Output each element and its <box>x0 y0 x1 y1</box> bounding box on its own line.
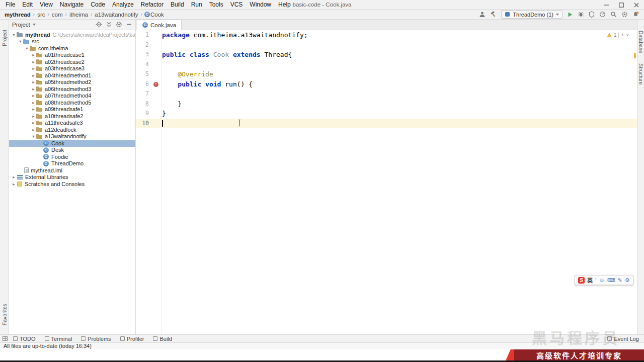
coverage-button[interactable] <box>589 11 595 18</box>
menu-window[interactable]: Window <box>246 0 275 10</box>
override-marker-icon[interactable] <box>149 79 162 89</box>
code-line-10[interactable]: 10 <box>136 119 637 129</box>
menu-analyze[interactable]: Analyze <box>109 0 137 10</box>
tool-stripe-database[interactable]: Database <box>638 31 644 53</box>
tree-item-a05threadmethod2[interactable]: ▸a05threadmethod2 <box>9 79 135 86</box>
chevron-right-icon[interactable]: ▸ <box>31 66 36 71</box>
tool-windows-grid-icon[interactable] <box>3 336 8 341</box>
tree-item-a12deadlock[interactable]: ▸a12deadlock <box>9 126 135 133</box>
chevron-down-icon[interactable]: ▾ <box>31 134 36 139</box>
chevron-right-icon[interactable]: ▸ <box>31 73 36 78</box>
run-configuration-select[interactable]: ThreadDemo (1) <box>501 10 562 19</box>
code-line-2[interactable]: 2 <box>136 40 637 50</box>
menu-build[interactable]: Build <box>167 0 188 10</box>
prev-highlight-icon[interactable]: ∧ <box>621 33 624 37</box>
tool-window-button-profiler[interactable]: Profiler <box>116 335 149 342</box>
project-panel-title[interactable]: Project <box>12 22 30 28</box>
debug-button[interactable] <box>578 11 584 18</box>
chevron-right-icon[interactable]: ▸ <box>31 86 36 92</box>
toolbox-icon[interactable]: ⚙ <box>625 277 630 284</box>
menu-vcs[interactable]: VCS <box>227 0 247 10</box>
menu-help[interactable]: Help <box>275 0 294 10</box>
notifications-bell-icon[interactable] <box>632 11 639 18</box>
chevron-right-icon[interactable]: ▸ <box>31 52 36 57</box>
code-line-3[interactable]: 3public class Cook extends Thread{ <box>136 50 637 60</box>
tree-item-desk[interactable]: CDesk <box>9 147 135 154</box>
run-button[interactable] <box>567 12 573 18</box>
code-line-8[interactable]: 8 } <box>136 99 637 109</box>
menu-edit[interactable]: Edit <box>19 0 36 10</box>
tree-item-mythread[interactable]: ▾mythreadC:\Users\alienware\IdeaProjects… <box>9 31 135 38</box>
locate-file-icon[interactable] <box>96 21 102 29</box>
scrollbar-warning-marker[interactable] <box>634 53 636 58</box>
menu-run[interactable]: Run <box>188 0 206 10</box>
build-hammer-icon[interactable] <box>490 11 497 18</box>
inspection-widget[interactable]: 1 ∧ ∨ <box>607 32 629 38</box>
code-line-6[interactable]: 6 public void run() { <box>136 79 637 89</box>
chevron-right-icon[interactable]: ▸ <box>31 107 36 112</box>
tab-cook-java[interactable]: C Cook.java <box>137 20 182 30</box>
user-icon[interactable] <box>479 11 486 18</box>
menu-view[interactable]: View <box>36 0 56 10</box>
menu-refactor[interactable]: Refactor <box>137 0 167 10</box>
menu-navigate[interactable]: Navigate <box>56 0 87 10</box>
chevron-right-icon[interactable]: ▸ <box>31 100 36 105</box>
tree-item-mythread.iml[interactable]: mythread.iml <box>9 167 135 174</box>
chevron-right-icon[interactable]: ▸ <box>31 120 36 125</box>
breadcrumb-item-mythread[interactable]: mythread <box>4 12 31 18</box>
tree-item-a10threadsafe2[interactable]: ▸a10threadsafe2 <box>9 113 135 120</box>
smiley-icon[interactable]: ☺ <box>599 277 604 284</box>
tree-item-a02threadcase2[interactable]: ▸a02threadcase2 <box>9 58 135 65</box>
ime-language-mode[interactable]: 英 <box>587 276 593 284</box>
profiler-button[interactable] <box>599 11 606 18</box>
menu-code[interactable]: Code <box>87 0 109 10</box>
code-line-5[interactable]: 5 @Override <box>136 69 637 79</box>
tree-item-external libraries[interactable]: ▸External Libraries <box>9 174 135 181</box>
chevron-right-icon[interactable]: ▸ <box>31 114 36 119</box>
breadcrumb-item-cook[interactable]: Cook <box>150 12 165 18</box>
tree-item-threaddemo[interactable]: CThreadDemo <box>9 160 135 167</box>
chevron-down-icon[interactable]: ▾ <box>11 32 17 37</box>
ime-punctuation-mark[interactable]: ’ <box>595 277 596 283</box>
keyboard-icon[interactable]: ⌨ <box>607 277 615 284</box>
tool-window-button-build[interactable]: Build <box>148 335 176 342</box>
close-icon[interactable] <box>629 0 644 10</box>
chevron-right-icon[interactable]: ▸ <box>11 182 17 187</box>
chevron-right-icon[interactable]: ▸ <box>31 79 36 84</box>
tool-stripe-structure[interactable]: Structure <box>638 63 644 85</box>
breadcrumb-item-itheima[interactable]: itheima <box>69 12 89 18</box>
tree-item-a07threadmethod4[interactable]: ▸a07threadmethod4 <box>9 93 135 100</box>
code-line-7[interactable]: 7 <box>136 89 637 99</box>
chevron-right-icon[interactable]: ▸ <box>31 127 36 132</box>
collapse-all-icon[interactable] <box>106 21 112 29</box>
code-line-1[interactable]: 1package com.itheima.a13waitandnotify; <box>136 30 637 40</box>
tree-item-a11threadsafe3[interactable]: ▸a11threadsafe3 <box>9 120 135 127</box>
tool-window-button-terminal[interactable]: Terminal <box>40 335 77 342</box>
tool-window-button-problems[interactable]: Problems <box>76 335 115 342</box>
tree-item-a03threadcase3[interactable]: ▸a03threadcase3 <box>9 65 135 72</box>
tree-item-a04threadmethod1[interactable]: ▸a04threadmethod1 <box>9 72 135 79</box>
minimize-icon[interactable] <box>599 0 614 10</box>
tree-item-a13waitandnotify[interactable]: ▾a13waitandnotify <box>9 133 135 140</box>
tree-item-src[interactable]: ▾src <box>9 38 135 45</box>
chevron-right-icon[interactable]: ▸ <box>31 59 36 64</box>
sogou-logo-icon[interactable]: S <box>578 277 585 284</box>
code-line-9[interactable]: 9} <box>136 109 637 119</box>
chevron-right-icon[interactable]: ▸ <box>31 93 36 98</box>
chevron-down-icon[interactable]: ▾ <box>24 46 30 51</box>
tree-item-a09threadsafe1[interactable]: ▸a09threadsafe1 <box>9 106 135 113</box>
breadcrumb-item-src[interactable]: src <box>37 12 45 18</box>
tree-item-foodie[interactable]: CFoodie <box>9 153 135 160</box>
breadcrumb-item-a13waitandnotify[interactable]: a13waitandnotify <box>94 12 138 18</box>
tree-item-scratches and consoles[interactable]: ▸Scratches and Consoles <box>9 180 135 188</box>
tree-item-com.itheima[interactable]: ▾com.itheima <box>9 45 135 52</box>
editor[interactable]: 1package com.itheima.a13waitandnotify;23… <box>136 30 637 334</box>
maximize-icon[interactable] <box>614 0 629 10</box>
tree-item-cook[interactable]: CCook <box>9 140 135 147</box>
search-everywhere-icon[interactable] <box>610 11 617 18</box>
menu-file[interactable]: File <box>2 0 19 10</box>
chevron-right-icon[interactable]: ▸ <box>11 174 17 179</box>
pen-icon[interactable]: ✎ <box>618 277 622 284</box>
tree-item-a01threadcase1[interactable]: ▸a01threadcase1 <box>9 52 135 59</box>
tool-stripe-project[interactable]: Project <box>2 30 8 46</box>
